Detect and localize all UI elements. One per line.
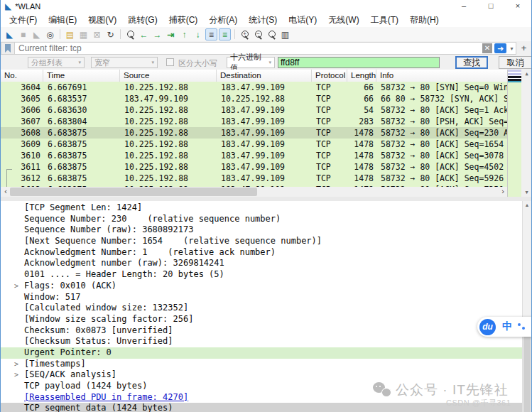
menu-item[interactable]: 工具(T): [365, 13, 404, 28]
expand-arrow-icon[interactable]: [1, 392, 24, 403]
menu-item[interactable]: 分析(A): [203, 13, 243, 28]
expand-arrow-icon[interactable]: >: [1, 359, 24, 370]
scroll-right-icon[interactable]: ›: [498, 187, 508, 197]
detail-line[interactable]: Urgent Pointer: 0: [1, 347, 531, 359]
expand-arrow-icon[interactable]: [1, 214, 24, 225]
colorize-icon[interactable]: ≡: [219, 28, 231, 40]
find-button[interactable]: 查找: [455, 56, 488, 69]
expand-arrow-icon[interactable]: [1, 224, 24, 236]
packet-list-vscrollbar[interactable]: ▲ ▼: [522, 70, 531, 197]
minimize-button[interactable]: –: [450, 0, 477, 13]
add-filter-button[interactable]: +: [518, 43, 530, 55]
scroll-down-icon[interactable]: ▼: [522, 188, 531, 197]
detail-line[interactable]: Acknowledgment number (raw): 3269814241: [1, 258, 531, 269]
open-file-icon[interactable]: ▤: [64, 28, 76, 40]
menu-item[interactable]: 捕获(C): [163, 13, 204, 28]
stop-capture-icon[interactable]: ■: [17, 28, 29, 40]
separator[interactable]: [60, 29, 60, 39]
start-capture-icon[interactable]: ◣: [4, 28, 16, 40]
go-to-packet-icon[interactable]: ⇥: [165, 28, 177, 40]
auto-scroll-icon[interactable]: ≡: [205, 28, 217, 40]
go-first-packet-icon[interactable]: ↑: [178, 28, 190, 40]
search-input[interactable]: ffd8ff: [278, 57, 440, 68]
column-header-source[interactable]: Source: [120, 70, 217, 82]
details-vscrollbar[interactable]: ▲: [522, 201, 531, 412]
close-file-icon[interactable]: ⊠: [91, 28, 103, 40]
cancel-button[interactable]: 取消: [499, 56, 532, 69]
expand-arrow-icon[interactable]: [1, 236, 24, 247]
detail-line[interactable]: Sequence Number: 230 (relative sequence …: [1, 214, 531, 225]
baidu-ime-logo-icon[interactable]: du: [479, 319, 496, 335]
case-sensitive-checkbox[interactable]: [166, 58, 174, 66]
go-forward-icon[interactable]: →: [151, 28, 163, 40]
zoom-in-icon[interactable]: +: [239, 28, 251, 40]
packet-row[interactable]: 3611 6.683875 10.225.192.88 183.47.99.10…: [1, 161, 508, 173]
zoom-reset-icon[interactable]: [266, 28, 278, 40]
column-header-time[interactable]: Time: [43, 70, 120, 82]
separator[interactable]: [120, 29, 121, 39]
menu-item[interactable]: 文件(F): [4, 13, 43, 28]
menu-item[interactable]: 视图(V): [82, 13, 122, 28]
close-button[interactable]: ×: [504, 0, 531, 13]
packet-row[interactable]: 3605 6.683537 183.47.99.109 10.225.192.8…: [1, 93, 508, 104]
menu-item[interactable]: 统计(S): [243, 13, 283, 28]
packet-row[interactable]: 3612 6.683875 10.225.192.88 183.47.99.10…: [1, 173, 508, 184]
zoom-out-icon[interactable]: −: [252, 28, 264, 40]
scroll-left-icon[interactable]: ‹: [1, 187, 11, 197]
detail-line[interactable]: Checksum: 0x0873 [unverified]: [1, 325, 531, 337]
expand-arrow-icon[interactable]: [1, 303, 24, 314]
expand-arrow-icon[interactable]: [1, 381, 24, 392]
apply-filter-icon[interactable]: ➜: [494, 43, 506, 53]
packet-row[interactable]: 3610 6.683875 10.225.192.88 183.47.99.10…: [1, 150, 508, 161]
detail-line[interactable]: Window: 517: [1, 292, 531, 303]
resize-columns-icon[interactable]: ▥: [279, 28, 291, 40]
detail-line[interactable]: Sequence Number (raw): 3680892173: [1, 224, 531, 236]
detail-line[interactable]: [Checksum Status: Unverified]: [1, 336, 531, 347]
packet-row[interactable]: 3609 6.683875 10.225.192.88 183.47.99.10…: [1, 139, 508, 150]
filter-history-caret-icon[interactable]: ▾: [508, 45, 516, 52]
menu-item[interactable]: 电话(Y): [283, 13, 322, 28]
packet-list-hscrollbar[interactable]: ‹ ›: [1, 187, 508, 197]
expand-arrow-icon[interactable]: [1, 258, 24, 269]
ime-tools-icon[interactable]: [518, 322, 526, 332]
expand-arrow-icon[interactable]: >: [1, 369, 24, 381]
column-header-length[interactable]: Length: [347, 70, 376, 82]
column-header-no[interactable]: No.: [1, 70, 43, 82]
menu-item[interactable]: 编辑(E): [43, 13, 82, 28]
column-header-protocol[interactable]: Protocol: [312, 70, 347, 82]
detail-line[interactable]: [TCP Segment Len: 1424]: [1, 202, 531, 214]
go-back-icon[interactable]: ←: [138, 28, 150, 40]
packet-row[interactable]: 3604 6.667691 10.225.192.88 183.47.99.10…: [1, 82, 508, 93]
clear-filter-icon[interactable]: ✕: [482, 43, 492, 53]
detail-line[interactable]: Acknowledgment Number: 1 (relative ack n…: [1, 247, 531, 259]
detail-line[interactable]: [Calculated window size: 132352]: [1, 303, 531, 314]
detail-line[interactable]: [Next Sequence Number: 1654 (relative se…: [1, 236, 531, 247]
expand-arrow-icon[interactable]: [1, 292, 24, 303]
packet-row[interactable]: 3606 6.683630 10.225.192.88 183.47.99.10…: [1, 104, 508, 116]
expand-arrow-icon[interactable]: [1, 314, 24, 325]
filter-bookmark-button[interactable]: [1, 42, 15, 55]
search-scope-select[interactable]: 分组列表 ▾: [28, 57, 85, 68]
detail-line[interactable]: > Flags: 0x010 (ACK): [1, 281, 531, 292]
detail-line[interactable]: [Window size scaling factor: 256]: [1, 314, 531, 325]
column-header-destination[interactable]: Destination: [217, 70, 312, 82]
menu-item[interactable]: 帮助(H): [404, 13, 445, 28]
intelligent-scrollbar-minimap[interactable]: [508, 70, 521, 197]
column-header-info[interactable]: Info: [376, 70, 508, 82]
expand-arrow-icon[interactable]: [1, 325, 24, 337]
char-width-select[interactable]: 宽窄 ▾: [91, 57, 158, 68]
find-packet-icon[interactable]: [124, 28, 136, 40]
maximize-button[interactable]: □: [477, 0, 504, 13]
details-scroll-thumb[interactable]: [523, 330, 531, 412]
detail-line[interactable]: > [Timestamps]: [1, 359, 531, 370]
expand-arrow-icon[interactable]: [1, 202, 24, 214]
ime-mode-indicator[interactable]: 中: [502, 320, 512, 333]
scroll-up-icon[interactable]: ▲: [523, 201, 531, 210]
capture-options-icon[interactable]: ◎: [44, 28, 56, 40]
packet-row[interactable]: 3607 6.683804 10.225.192.88 183.47.99.10…: [1, 116, 508, 127]
expand-arrow-icon[interactable]: [1, 269, 24, 281]
expand-arrow-icon[interactable]: [1, 247, 24, 259]
hscroll-thumb[interactable]: [10, 188, 257, 196]
scroll-up-icon[interactable]: ▲: [522, 70, 531, 78]
expand-arrow-icon[interactable]: [1, 347, 24, 359]
